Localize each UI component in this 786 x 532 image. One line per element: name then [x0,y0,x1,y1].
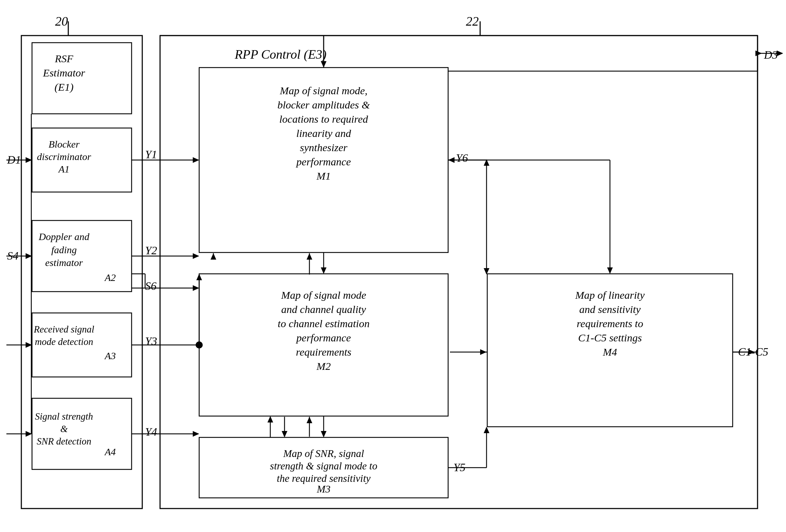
m2-line4: performance [296,332,351,344]
m4-line4: C1-C5 settings [578,332,642,344]
rpp-control-label: RPP Control (E3) [234,47,326,62]
m1-line2: blocker amplitudes & [277,99,370,111]
received-a3-label: A3 [104,350,116,361]
m4-line1: Map of linearity [575,289,645,301]
label-22: 22 [466,14,479,28]
diagram-container: 20 RSF Estimator (E1) Blocker discrimina… [0,0,786,532]
doppler-label1: Doppler and [38,231,90,242]
blocker-a1-label: A1 [58,164,69,175]
rsf-e1-label: (E1) [54,81,73,93]
m1-line6: performance [296,156,351,167]
doppler-a2-label: A2 [104,272,116,283]
signal-a4-label: A4 [104,446,116,457]
y1-label: Y1 [145,148,157,161]
y6-label: Y6 [456,151,468,164]
m2-line5: requirements [296,346,351,358]
y2-label: Y2 [145,244,157,257]
signal-strength-label3: SNR detection [37,436,91,447]
m3-line3: the required sensitivity [277,473,371,484]
m1-label: M1 [316,170,331,182]
label-20: 20 [55,14,68,28]
block-diagram-svg: 20 RSF Estimator (E1) Blocker discrimina… [0,0,786,532]
rsf-label: RSF [54,53,73,64]
svg-rect-0 [0,0,786,532]
m1-line1: Map of signal mode, [280,85,368,96]
m3-label: M3 [317,483,331,495]
received-label1: Received signal [33,324,94,335]
m1-line3: locations to required [279,113,368,125]
doppler-label3: estimator [45,257,83,268]
m2-line2: and channel quality [281,303,366,315]
d3-label: D3 [764,48,778,61]
m3-line1: Map of SNR, signal [283,448,364,459]
y3-label: Y3 [145,335,157,347]
received-label2: mode detection [35,336,93,347]
signal-strength-label2: & [60,424,68,434]
blocker-label2: discriminator [37,151,91,162]
m2-line1: Map of signal mode [281,289,366,301]
m1-line5: synthesizer [300,142,347,153]
doppler-label2: fading [51,244,77,255]
m3-line2: strength & signal mode to [270,460,377,472]
m4-line2: and sensitivity [579,303,641,315]
m4-line3: requirements to [577,318,643,329]
m2-line3: to channel estimation [278,318,370,329]
m1-line4: linearity and [296,127,351,139]
y4-label: Y4 [145,425,157,438]
blocker-label1: Blocker [48,139,79,150]
m2-label: M2 [316,360,331,372]
signal-strength-label1: Signal strength [35,411,93,422]
rsf-estimator-label: Estimator [43,67,85,79]
s6-label: S6 [145,280,156,292]
m4-label: M4 [602,346,617,358]
